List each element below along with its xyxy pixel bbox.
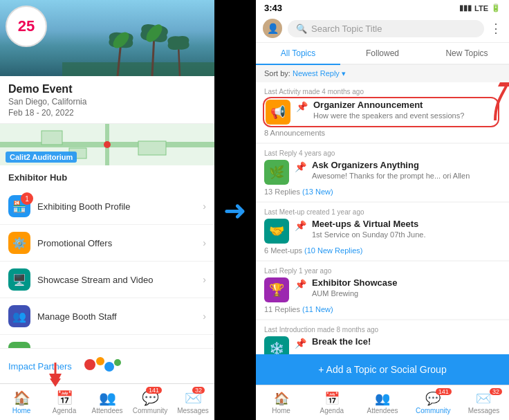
topic-item-meetups[interactable]: Last Meet-up created 1 year ago 🤝 📌 Meet… (256, 203, 509, 260)
right-nav-community[interactable]: 💬 Community 141 (408, 388, 459, 417)
showcase-label: Showcase Stream and Video (37, 275, 203, 285)
topic-item-break-ice[interactable]: Last Introduction made 8 months ago ❄️ 📌… (256, 320, 509, 354)
svg-marker-24 (50, 378, 61, 387)
topic-replies: 6 Meet-ups (10 New Replies) (264, 246, 501, 255)
topic-thumb-organizer: 📢 (266, 100, 290, 125)
blue-arrow-icon: ➜ (223, 194, 247, 226)
lte-label: LTE (474, 4, 488, 12)
topic-content: 🌿 📌 Ask Organizers Anything Awesome! Tha… (264, 160, 501, 185)
map-section[interactable]: Calit2 Auditorium (0, 124, 214, 165)
attendees-icon: 👥 (99, 390, 116, 406)
search-bar: 👤 🔍 Search Topic Title ⋮ (256, 15, 509, 43)
event-header-image: 25 (0, 0, 214, 76)
community-badge: 141 (146, 387, 162, 394)
messages-badge: 32 (192, 387, 205, 394)
topic-replies: 13 Replies (13 New) (264, 188, 501, 196)
messages-badge: 32 (490, 388, 502, 395)
right-nav-home[interactable]: 🏠 Home (256, 388, 306, 417)
status-bar: 3:43 ▮▮▮ LTE 🔋 (256, 0, 509, 15)
topic-subtitle: 1st Service on Sunday 07th June. (312, 230, 501, 239)
right-nav-messages[interactable]: ✉️ Messages 32 (459, 388, 509, 417)
svg-rect-16 (138, 141, 166, 155)
right-nav-agenda[interactable]: 📅 Agenda (306, 388, 357, 417)
replies-new: (13 New) (302, 188, 333, 196)
booth-staff-label: Manage Booth Staff (37, 311, 203, 322)
left-nav-attendees[interactable]: 👥 Attendees (86, 387, 129, 417)
tab-followed[interactable]: Followed (340, 43, 425, 65)
add-topic-label: + Add a Topic or Social Group (318, 364, 446, 375)
collect-leads-icon: ⊞ (8, 342, 30, 348)
user-avatar[interactable]: 👤 (263, 19, 282, 38)
right-nav-agenda-label: Agenda (320, 407, 344, 414)
topic-item-exhibitor-showcase[interactable]: Last Reply 1 year ago 🏆 📌 Exhibitor Show… (256, 262, 509, 319)
event-location: San Diego, California (8, 97, 206, 107)
left-bottom-nav: 🏠 Home 📅 Agenda 👥 Attendees 💬 Community … (0, 383, 214, 420)
chevron-icon: › (203, 201, 206, 212)
search-input-wrap[interactable]: 🔍 Search Topic Title (288, 20, 484, 37)
pin-icon: 📌 (295, 338, 306, 349)
left-nav-agenda[interactable]: 📅 Agenda (43, 387, 86, 417)
svg-rect-15 (41, 131, 62, 145)
add-topic-button[interactable]: + Add a Topic or Social Group (256, 354, 509, 385)
topic-item-organizer[interactable]: Last Activity made 4 months ago 📢 📌 Orga… (256, 82, 509, 143)
more-options-icon[interactable]: ⋮ (490, 21, 502, 36)
event-logo: 25 (6, 6, 47, 47)
menu-item-promo-offers[interactable]: ⚙️ Promotional Offers › (0, 225, 214, 262)
tab-all-topics[interactable]: All Topics (256, 43, 340, 65)
battery-icon: 🔋 (491, 3, 501, 12)
chevron-icon: › (203, 237, 206, 248)
svg-point-19 (84, 359, 95, 370)
topic-replies: 11 Replies (11 New) (264, 305, 501, 313)
left-nav-community[interactable]: 💬 Community 141 (129, 387, 172, 417)
svg-point-22 (114, 359, 121, 366)
topic-title: Break the Ice! (312, 336, 501, 347)
pin-icon: 📌 (295, 279, 306, 290)
impact-dots-decoration (83, 354, 124, 378)
menu-item-showcase[interactable]: 🖥️ Showcase Stream and Video › (0, 262, 214, 298)
agenda-icon: 📅 (324, 391, 340, 406)
showcase-icon: 🖥️ (8, 268, 30, 291)
svg-rect-0 (62, 62, 214, 76)
search-icon: 🔍 (296, 24, 307, 34)
collect-leads-label: Collect Leads/Contacts (37, 348, 203, 349)
left-nav-messages-label: Messages (177, 407, 209, 414)
tabs-bar: All Topics Followed New Topics (256, 43, 509, 65)
signal-bars-icon: ▮▮▮ (459, 3, 472, 12)
agenda-icon: 📅 (56, 390, 73, 406)
right-nav-messages-label: Messages (468, 407, 500, 414)
sort-bar: Sort by: Newest Reply ▾ (256, 65, 509, 82)
topic-body: Ask Organizers Anything Awesome! Thanks … (312, 160, 501, 180)
replies-new: (11 New) (302, 305, 333, 313)
left-nav-home[interactable]: 🏠 Home (0, 387, 43, 417)
topic-meta: Last Introduction made 8 months ago (264, 326, 501, 334)
search-placeholder: Search Topic Title (311, 24, 382, 34)
left-nav-messages[interactable]: ✉️ Messages 32 (172, 387, 214, 417)
right-nav-attendees[interactable]: 👥 Attendees (357, 388, 407, 417)
sort-value[interactable]: Newest Reply ▾ (293, 69, 346, 77)
left-nav-home-label: Home (12, 407, 31, 414)
impact-partners-section: Impact Partners (0, 348, 214, 383)
menu-item-booth-profile[interactable]: 🏪 1 Exhibiting Booth Profile › (0, 188, 214, 225)
left-nav-attendees-label: Attendees (91, 407, 122, 414)
topic-title: Exhibitor Showcase (312, 277, 501, 288)
svg-point-18 (104, 141, 111, 148)
svg-point-21 (104, 362, 114, 372)
topic-thumb-ice: ❄️ (264, 336, 289, 354)
svg-point-20 (96, 357, 104, 365)
chevron-icon: › (203, 311, 206, 322)
status-icons: ▮▮▮ LTE 🔋 (459, 3, 501, 12)
topics-list: Last Activity made 4 months ago 📢 📌 Orga… (256, 82, 509, 354)
tab-new-topics[interactable]: New Topics (425, 43, 509, 65)
right-panel: 3:43 ▮▮▮ LTE 🔋 👤 🔍 Search Topic Title ⋮ … (256, 0, 509, 420)
event-date: Feb 18 - 20, 2022 (8, 108, 206, 118)
messages-icon: ✉️ (476, 391, 491, 406)
hub-title: Exhibitor Hub (8, 172, 206, 183)
replies-new: (10 New Replies) (304, 246, 362, 255)
chevron-icon: › (203, 347, 206, 348)
status-time: 3:43 (264, 3, 282, 13)
menu-item-booth-staff[interactable]: 👥 Manage Booth Staff › (0, 298, 214, 335)
topic-item-ask-organizers[interactable]: Last Reply 4 years ago 🌿 📌 Ask Organizer… (256, 144, 509, 201)
red-arrow-annotation (41, 359, 69, 387)
menu-item-collect-leads[interactable]: ⊞ Collect Leads/Contacts › (0, 335, 214, 348)
transition-arrow: ➜ (214, 0, 256, 420)
